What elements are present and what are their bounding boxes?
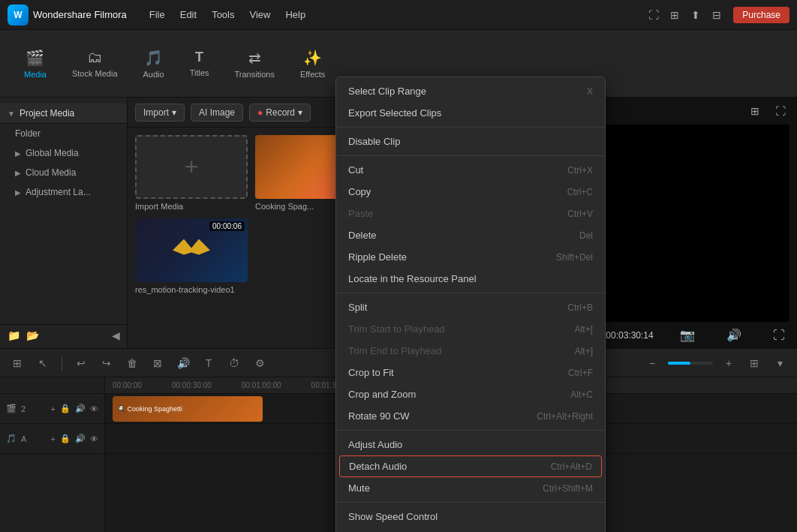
preview-fullscreen-icon[interactable]: ⛶ (768, 327, 789, 344)
ctx-mute[interactable]: Mute Ctrl+Shift+M (336, 477, 605, 499)
motion-duration: 00:00:06 (209, 221, 245, 231)
tl-cursor[interactable]: ↖ (33, 353, 53, 373)
tl-zoom-out[interactable]: − (642, 353, 662, 373)
tl-audio-detach[interactable]: 🔊 (173, 353, 193, 373)
tl-more[interactable]: ▾ (770, 353, 789, 373)
preview-screenshot-icon[interactable]: 📷 (675, 326, 699, 344)
ctx-divider-4 (336, 430, 605, 431)
tab-stock-media[interactable]: 🗂 Stock Media (63, 44, 127, 83)
tl-add-track[interactable]: ⊞ (8, 353, 27, 373)
ctx-copy[interactable]: Copy Ctrl+C (336, 181, 605, 203)
titles-icon: T (195, 50, 203, 65)
track-a-audio[interactable]: 🔊 (75, 434, 86, 443)
track-a-lock[interactable]: 🔒 (60, 434, 71, 443)
ctx-disable-clip[interactable]: Disable Clip (336, 131, 605, 152)
sidebar-item-cloud-media[interactable]: ▶ Cloud Media (0, 163, 127, 182)
total-time: 00:03:30:14 (606, 330, 653, 341)
tl-divider-1 (62, 356, 62, 371)
ctx-select-clip-range[interactable]: Select Clip Range X (336, 80, 605, 102)
ctx-split[interactable]: Split Ctrl+B (336, 296, 605, 318)
sidebar-item-folder[interactable]: Folder (0, 124, 127, 143)
ctx-crop-to-fit[interactable]: Crop to Fit Ctrl+F (336, 362, 605, 383)
context-menu: Select Clip Range X Export Selected Clip… (335, 77, 606, 532)
motion-thumb: 00:00:06 (135, 218, 248, 282)
tl-crop[interactable]: ⊠ (148, 353, 167, 373)
add-media-icon[interactable]: 📂 (26, 329, 39, 341)
track-2-lock[interactable]: 🔒 (60, 404, 71, 413)
import-media-item[interactable]: + Import Media (135, 135, 248, 211)
ctx-uniform-speed[interactable]: Uniform Speed Ctrl+R (336, 527, 605, 532)
grid-icon[interactable]: ⊞ (664, 5, 685, 26)
sidebar-item-global-media[interactable]: ▶ Global Media (0, 143, 127, 163)
tl-redo[interactable]: ↪ (97, 353, 116, 373)
preview-settings-icon[interactable]: ⊞ (744, 101, 765, 122)
clip-cooking[interactable]: 🍳 Cooking Spaghetti (113, 396, 263, 422)
ctx-export-selected[interactable]: Export Selected Clips (336, 102, 605, 124)
collapse-icon[interactable]: ◀ (112, 329, 120, 341)
tl-undo[interactable]: ↩ (71, 353, 91, 373)
ctx-divider-1 (336, 127, 605, 128)
upload-icon[interactable]: ⬆ (685, 5, 706, 26)
track-label-audio: 🎵 A + 🔒 🔊 👁 (0, 424, 104, 454)
ctx-cut[interactable]: Cut Ctrl+X (336, 159, 605, 181)
tl-speed[interactable]: ⏱ (224, 353, 244, 373)
project-media-arrow: ▼ (8, 110, 15, 118)
logo-icon: W (8, 5, 29, 26)
ctx-paste: Paste Ctrl+V (336, 203, 605, 224)
ctx-rotate[interactable]: Rotate 90 CW Ctrl+Alt+Right (336, 405, 605, 427)
top-nav: W Wondershare Filmora File Edit Tools Vi… (0, 0, 797, 30)
tl-grid-view[interactable]: ⊞ (744, 353, 764, 373)
tl-adjust[interactable]: ⚙ (250, 353, 269, 373)
record-button[interactable]: ● Record ▾ (249, 104, 311, 122)
timeline-track-labels: 🎬 2 + 🔒 🔊 👁 🎵 A + 🔒 🔊 👁 (0, 377, 105, 532)
nav-file[interactable]: File (142, 6, 173, 23)
motion-media-item[interactable]: 00:00:06 res_motion-tracking-video1 (135, 218, 248, 294)
tl-zoom-in[interactable]: + (719, 353, 738, 373)
logo: W Wondershare Filmora (8, 5, 127, 26)
ctx-divider-3 (336, 293, 605, 293)
tab-media[interactable]: 🎬 Media (15, 44, 56, 83)
purchase-button[interactable]: Purchase (733, 7, 789, 23)
track-a-eye[interactable]: 👁 (90, 434, 98, 443)
ctx-detach-audio[interactable]: Detach Audio Ctrl+Alt+D (339, 455, 602, 477)
track-a-add[interactable]: + (51, 434, 56, 443)
tab-transitions[interactable]: ⇄ Transitions (226, 44, 284, 83)
ctx-delete[interactable]: Delete Del (336, 224, 605, 246)
motion-label: res_motion-tracking-video1 (135, 285, 248, 294)
nav-help[interactable]: Help (278, 6, 313, 23)
ctx-speed-control[interactable]: Show Speed Control (336, 506, 605, 527)
ctx-divider-2 (336, 155, 605, 156)
sidebar-item-adjustment[interactable]: ▶ Adjustment La... (0, 182, 127, 202)
effects-icon: ✨ (303, 49, 322, 67)
fullscreen-icon[interactable]: ⛶ (643, 5, 664, 26)
add-folder-icon[interactable]: 📁 (8, 329, 20, 341)
track-2-eye[interactable]: 👁 (90, 404, 98, 413)
ctx-crop-zoom[interactable]: Crop and Zoom Alt+C (336, 383, 605, 405)
ctx-ripple-delete[interactable]: Ripple Delete Shift+Del (336, 246, 605, 268)
track-label-2: 🎬 2 + 🔒 🔊 👁 (0, 394, 104, 424)
layout-icon[interactable]: ⊟ (706, 5, 727, 26)
import-thumb[interactable]: + (135, 135, 248, 199)
ctx-divider-5 (336, 502, 605, 503)
tab-audio[interactable]: 🎵 Audio (134, 44, 173, 83)
import-button[interactable]: Import ▾ (135, 104, 185, 122)
stock-media-icon: 🗂 (87, 49, 102, 66)
tl-delete[interactable]: 🗑 (122, 353, 142, 373)
tl-text[interactable]: T (199, 353, 218, 373)
track-2-audio[interactable]: 🔊 (75, 404, 86, 413)
preview-audio-icon[interactable]: 🔊 (722, 326, 746, 344)
nav-edit[interactable]: Edit (173, 6, 204, 23)
audio-icon: 🎵 (144, 49, 163, 67)
ctx-trim-start: Trim Start to Playhead Alt+[ (336, 318, 605, 340)
ctx-locate-resource[interactable]: Locate in the Resource Panel (336, 268, 605, 290)
tab-effects[interactable]: ✨ Effects (291, 44, 334, 83)
ctx-adjust-audio[interactable]: Adjust Audio (336, 434, 605, 455)
nav-tools[interactable]: Tools (204, 6, 242, 23)
tab-titles[interactable]: T Titles (181, 45, 218, 82)
ai-image-button[interactable]: AI Image (191, 104, 243, 122)
track-2-add[interactable]: + (51, 404, 56, 413)
import-media-label: Import Media (135, 202, 248, 211)
project-media-header[interactable]: ▼ Project Media (0, 104, 127, 124)
nav-view[interactable]: View (242, 6, 278, 23)
preview-expand-icon[interactable]: ⛶ (770, 101, 791, 122)
